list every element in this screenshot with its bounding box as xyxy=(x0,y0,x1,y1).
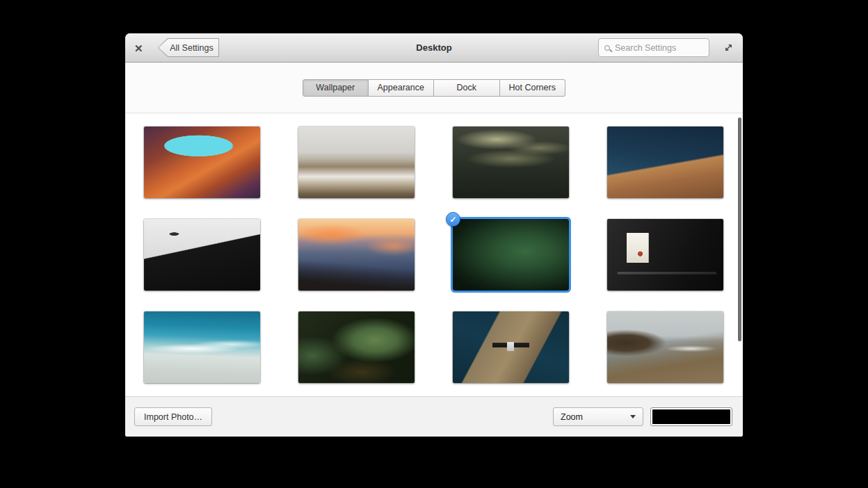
wallpaper-image xyxy=(607,127,723,198)
wallpaper-thumbnail-wooden-dock[interactable] xyxy=(607,127,723,198)
wallpaper-image xyxy=(453,311,569,383)
wallpaper-image xyxy=(298,311,415,383)
wallpaper-thumbnail-fern[interactable]: ✓ xyxy=(453,219,569,291)
tab-wallpaper[interactable]: Wallpaper xyxy=(303,79,369,97)
all-settings-back-button[interactable]: All Settings xyxy=(158,38,219,57)
color-swatch-fill xyxy=(652,409,730,424)
zoom-dropdown[interactable]: Zoom xyxy=(553,407,643,426)
wallpaper-thumbnail-coastal-cliffs[interactable] xyxy=(607,311,723,383)
wallpaper-thumbnail-antelope-canyon[interactable] xyxy=(144,127,260,198)
search-icon xyxy=(604,45,610,51)
tab-hot-corners[interactable]: Hot Corners xyxy=(500,79,566,97)
wallpaper-image xyxy=(298,127,415,198)
chevron-down-icon xyxy=(630,415,636,418)
wallpaper-thumbnail-misty-forest[interactable] xyxy=(453,127,569,198)
tab-label: Dock xyxy=(457,83,476,92)
tab-dock[interactable]: Dock xyxy=(434,79,500,97)
vertical-scrollbar[interactable] xyxy=(738,117,741,341)
tab-appearance[interactable]: Appearance xyxy=(369,79,435,97)
wallpaper-grid: ✓ xyxy=(125,114,743,396)
wallpaper-thumbnail-bw-mountain-bird[interactable] xyxy=(144,219,260,291)
import-photo-button[interactable]: Import Photo… xyxy=(134,407,212,426)
tab-label: Appearance xyxy=(378,83,424,92)
tab-header-zone: Wallpaper Appearance Dock Hot Corners xyxy=(125,63,743,113)
wallpaper-image xyxy=(607,219,723,291)
close-button[interactable]: ✕ xyxy=(134,42,143,53)
tab-label: Wallpaper xyxy=(316,83,355,92)
expand-diagonal-icon xyxy=(723,42,734,53)
wallpaper-thumbnail-satellite-coastline[interactable] xyxy=(453,311,569,383)
wallpaper-grid-area: ✓ xyxy=(125,114,743,396)
wallpaper-image xyxy=(453,127,569,198)
titlebar: ✕ All Settings Desktop xyxy=(125,33,743,63)
settings-window: ✕ All Settings Desktop Wallpaper Appeara… xyxy=(125,33,743,437)
wallpaper-image xyxy=(144,127,260,198)
tab-label: Hot Corners xyxy=(509,83,556,92)
wallpaper-thumbnail-sunset-mountains[interactable] xyxy=(298,219,415,291)
back-button-label: All Settings xyxy=(159,39,218,56)
wallpaper-image xyxy=(144,219,260,291)
search-field[interactable] xyxy=(598,38,709,57)
wallpaper-thumbnail-paper-lantern[interactable] xyxy=(607,219,723,291)
tab-bar: Wallpaper Appearance Dock Hot Corners xyxy=(303,79,565,97)
wallpaper-thumbnail-ocean-waves[interactable] xyxy=(144,311,260,383)
wallpaper-thumbnail-green-branch[interactable] xyxy=(298,311,415,383)
wallpaper-thumbnail-snowy-mountains[interactable] xyxy=(298,127,415,198)
search-input[interactable] xyxy=(615,43,703,53)
footer-bar: Import Photo… Zoom xyxy=(125,396,743,437)
selected-check-badge: ✓ xyxy=(446,212,460,227)
check-icon: ✓ xyxy=(449,215,456,225)
wallpaper-image xyxy=(144,311,260,383)
background-color-button[interactable] xyxy=(650,407,732,426)
wallpaper-image xyxy=(453,219,569,291)
wallpaper-image xyxy=(298,219,415,291)
wallpaper-image xyxy=(607,311,723,383)
maximize-button[interactable] xyxy=(721,41,735,55)
zoom-dropdown-value: Zoom xyxy=(561,412,583,422)
